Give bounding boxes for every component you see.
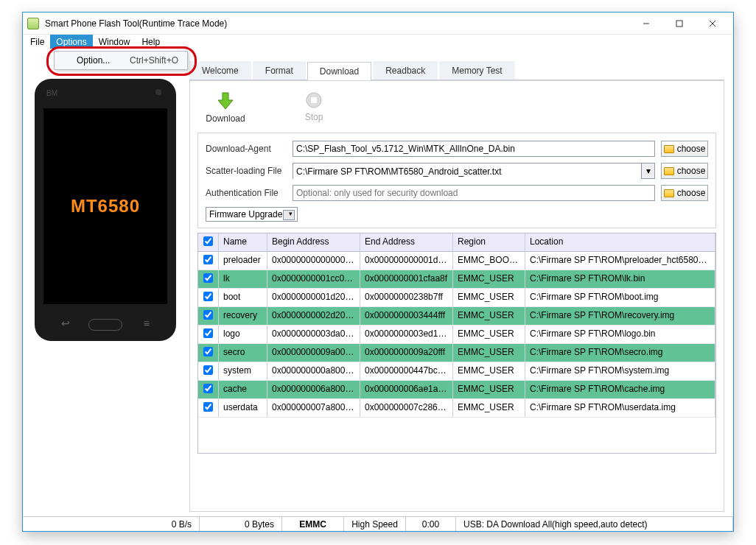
window-title: Smart Phone Flash Tool(Runtime Trace Mod… [45,18,629,29]
header-region[interactable]: Region [453,233,525,251]
choose-auth-button[interactable]: choose [661,185,708,201]
dropdown-option[interactable]: Option... Ctrl+Shift+O [55,52,187,69]
row-name: boot [219,289,267,306]
row-end: 0x000000007c28624f [360,399,453,417]
tab-readback[interactable]: Readback [373,61,438,80]
download-button[interactable]: Download [203,91,248,124]
table-row[interactable]: secro0x0000000009a000000x0000000009a20ff… [198,344,715,362]
row-checkbox[interactable] [198,326,219,343]
header-checkbox[interactable] [198,233,219,251]
table-row[interactable]: recovery0x0000000002d200000x000000000344… [198,307,715,326]
row-location: C:\Firmare SP FT\ROM\recovery.img [525,307,715,325]
row-checkbox[interactable] [198,362,219,380]
row-checkbox[interactable] [198,289,219,306]
row-location: C:\Firmare SP FT\ROM\userdata.img [525,399,715,417]
row-checkbox[interactable] [198,344,219,362]
tab-memory-test[interactable]: Memory Test [439,61,514,80]
auth-file-input[interactable] [293,185,655,201]
header-begin[interactable]: Begin Address [267,233,360,251]
phone-preview: BM MT6580 ↩ ≡ [35,79,176,341]
row-begin: 0x0000000001d20000 [267,289,360,306]
scatter-dropdown-icon[interactable]: ▾ [641,164,654,178]
folder-icon [664,167,674,175]
maximize-button[interactable] [662,13,696,34]
row-begin: 0x0000000000000000 [267,252,360,270]
scatter-file-input[interactable] [293,164,641,180]
status-speed: High Speed [344,517,406,531]
menu-help[interactable]: Help [136,35,166,49]
row-begin: 0x000000007a800000 [267,399,360,417]
menu-file[interactable]: File [24,35,50,49]
status-bar: 0 B/s 0 Bytes EMMC High Speed 0:00 USB: … [23,516,733,531]
tab-strip: Welcome Format Download Readback Memory … [189,61,724,80]
header-location[interactable]: Location [525,233,715,251]
menu-window[interactable]: Window [93,35,136,49]
header-name[interactable]: Name [219,233,267,251]
menu-options[interactable]: Options [50,35,92,49]
tab-download[interactable]: Download [307,62,371,80]
row-location: C:\Firmare SP FT\ROM\logo.bin [525,326,715,343]
row-end: 0x000000006ae1a0cf [360,381,453,398]
row-checkbox[interactable] [198,270,219,288]
tab-welcome[interactable]: Welcome [189,61,251,80]
row-name: secro [219,344,267,362]
row-begin: 0x0000000009a00000 [267,344,360,362]
row-region: EMMC_USER [453,381,525,398]
status-bytes: 0 Bytes [200,517,282,531]
tab-format[interactable]: Format [253,61,306,80]
svg-rect-6 [311,97,317,103]
header-end[interactable]: End Address [360,233,453,251]
row-region: EMMC_BOOT_1 [453,252,525,270]
flash-mode-select[interactable]: Firmware Upgrade [206,207,298,222]
download-label: Download [206,113,245,124]
table-row[interactable]: cache0x000000006a8000000x000000006ae1a0c… [198,381,715,399]
row-region: EMMC_USER [453,344,525,362]
home-icon [88,319,122,331]
choose-scatter-button[interactable]: choose [661,163,708,179]
download-arrow-icon [216,91,235,110]
row-checkbox[interactable] [198,399,219,417]
row-location: C:\Firmare SP FT\ROM\cache.img [525,381,715,398]
row-location: C:\Firmare SP FT\ROM\boot.img [525,289,715,306]
row-checkbox[interactable] [198,252,219,270]
row-checkbox[interactable] [198,381,219,398]
row-name: recovery [219,307,267,325]
close-button[interactable] [696,13,729,34]
row-name: logo [219,326,267,343]
table-row[interactable]: logo0x0000000003da00000x0000000003ed1397… [198,326,715,344]
back-icon: ↩ [61,317,70,329]
row-name: userdata [219,399,267,417]
status-usb: USB: DA Download All(high speed,auto det… [456,517,733,531]
dropdown-option-label: Option... [77,55,110,66]
row-region: EMMC_USER [453,399,525,417]
choose-da-button[interactable]: choose [661,141,708,157]
menu-icon: ≡ [144,317,150,329]
svg-rect-1 [676,21,682,27]
app-icon [27,18,39,29]
row-location: C:\Firmare SP FT\ROM\system.img [525,362,715,380]
table-row[interactable]: userdata0x000000007a8000000x000000007c28… [198,399,715,418]
scatter-label: Scatter-loading File [206,166,287,176]
table-row[interactable]: boot0x0000000001d200000x00000000238b7ffE… [198,289,715,307]
phone-brand: BM [46,89,57,97]
auth-label: Authentication File [206,188,287,198]
row-name: cache [219,381,267,398]
table-row[interactable]: lk0x0000000001cc00000x0000000001cfaa8fEM… [198,270,715,289]
row-end: 0x000000000001d3a7 [360,252,453,270]
stop-button[interactable]: Stop [292,91,336,124]
row-begin: 0x000000000a800000 [267,362,360,380]
row-begin: 0x0000000002d20000 [267,307,360,325]
row-region: EMMC_USER [453,307,525,325]
table-row[interactable]: preloader0x00000000000000000x00000000000… [198,252,715,270]
dropdown-shortcut: Ctrl+Shift+O [130,55,178,66]
status-time: 0:00 [406,517,456,531]
minimize-button[interactable] [629,13,662,34]
row-checkbox[interactable] [198,307,219,325]
row-begin: 0x0000000001cc0000 [267,270,360,288]
row-end: 0x0000000001cfaa8f [360,270,453,288]
options-dropdown: Option... Ctrl+Shift+O [54,51,188,70]
stop-icon [305,91,323,109]
table-row[interactable]: system0x000000000a8000000x00000000447bca… [198,362,715,381]
download-agent-input[interactable] [293,141,655,157]
phone-chip-label: MT6580 [71,196,140,217]
